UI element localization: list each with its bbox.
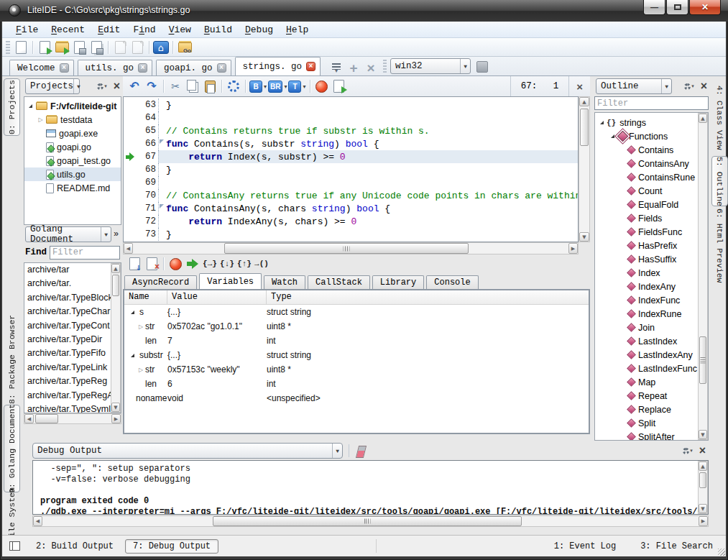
fold-marker-icon[interactable] (159, 202, 166, 215)
output-menu-button[interactable] (683, 448, 693, 454)
open-file-icon[interactable] (37, 40, 52, 55)
expanded-arrow-icon[interactable] (131, 354, 134, 357)
collapsed-arrow-icon[interactable]: ▷ (137, 323, 145, 330)
status-event-log[interactable]: 1: Event Log (548, 540, 622, 553)
debug-tab-asyncrecord[interactable]: AsyncRecord (124, 275, 197, 289)
variable-row[interactable]: substr{...}struct string (124, 348, 589, 362)
variable-row[interactable]: ▷str0x5702ac "go1.0.1"uint8 * (124, 319, 589, 334)
outline-item-splitafter[interactable]: SplitAfter (595, 430, 708, 441)
output-view-select[interactable]: Debug Output ▼ (32, 443, 343, 459)
chevron-down-icon[interactable]: ▾ (264, 83, 267, 90)
debug-tab-variables[interactable]: Variables (199, 273, 262, 289)
stop-debug-icon[interactable] (167, 256, 183, 272)
save-file-icon[interactable] (71, 40, 87, 55)
minimize-button[interactable]: — (643, 0, 665, 15)
tab-close-icon[interactable]: × (217, 63, 226, 73)
tab-close-icon[interactable]: × (138, 63, 147, 73)
title-bar[interactable]: LiteIDE - C:\Go\src\pkg\strings\strings.… (0, 0, 728, 22)
menu-debug[interactable]: Debug (239, 23, 280, 37)
close-editor-icon[interactable]: × (569, 81, 590, 93)
close-icon[interactable]: × (701, 81, 707, 92)
more-button[interactable]: » (114, 229, 119, 239)
outline-item-containsany[interactable]: ContainsAny (595, 157, 708, 170)
step-out-icon[interactable]: {↑} (236, 256, 252, 272)
debug-tab-console[interactable]: Console (426, 275, 478, 289)
doc-list-vscrollbar[interactable]: ▲ ▼ (111, 263, 121, 413)
status-debug-output[interactable]: 7: Debug Output (125, 539, 218, 554)
new-tab-icon[interactable] (346, 60, 361, 75)
scroll-left-icon[interactable]: ◀ (124, 243, 133, 254)
menu-recent[interactable]: Recent (45, 23, 91, 37)
doc-list-item[interactable]: archive/tar.TypeReg (27, 376, 121, 390)
variable-row[interactable]: nonamevoid<unspecified> (124, 391, 589, 405)
undo-icon[interactable]: ↶ (126, 78, 142, 94)
side-tab-9-golang-document[interactable]: 9: Golang Document (4, 405, 20, 492)
build-test-button[interactable]: T▾ (288, 78, 305, 94)
menu-edit[interactable]: Edit (91, 23, 126, 37)
doc-list-item[interactable]: archive/tar (27, 265, 121, 278)
redo-icon[interactable]: ↷ (144, 78, 160, 94)
menu-help[interactable]: Help (280, 23, 315, 37)
doc-list-item[interactable]: archive/tar.TypeLink (27, 362, 121, 376)
close-button[interactable]: ✕ (689, 0, 721, 15)
scroll-up-icon[interactable]: ▲ (111, 264, 120, 273)
clear-output-icon[interactable] (356, 446, 372, 456)
collapsed-arrow-icon[interactable]: ▷ (137, 367, 145, 373)
debug-output-text[interactable]: -sep=", ": setup separators -v=false: ve… (32, 460, 709, 515)
variable-row[interactable]: ▷str0x57153c "weekly"uint8 * (124, 362, 589, 377)
debug-tab-watch[interactable]: Watch (264, 275, 305, 289)
debug-tab-callstack[interactable]: CallStack (308, 275, 370, 289)
collapsed-arrow-icon[interactable]: ▷ (37, 116, 45, 123)
menu-build[interactable]: Build (198, 23, 239, 37)
doc-list-item[interactable]: archive/tar.TypeRegA (27, 390, 121, 404)
build-target-select[interactable]: win32 ▼ (390, 58, 471, 74)
tab-list-icon[interactable] (328, 60, 344, 75)
open-folder-icon[interactable] (54, 40, 70, 55)
home-icon[interactable] (153, 41, 169, 54)
close-icon[interactable]: × (699, 445, 706, 456)
step-over-icon[interactable]: {→} (202, 256, 218, 272)
import-gopath-icon[interactable] (112, 40, 128, 55)
project-tree-item[interactable]: goapi.exe (24, 127, 121, 140)
menu-file[interactable]: File (9, 23, 45, 37)
chevron-down-icon[interactable]: ▾ (284, 83, 287, 90)
close-tab-icon[interactable] (363, 60, 379, 75)
expanded-arrow-icon[interactable] (598, 121, 606, 124)
editor-hscrollbar[interactable]: ◀ ▶ (123, 242, 579, 254)
scroll-left-icon[interactable]: ◀ (24, 414, 34, 423)
variable-row[interactable]: s{...}struct string (124, 305, 589, 319)
toolbar-drag-handle[interactable] (383, 60, 387, 74)
tab-close-icon[interactable]: × (60, 63, 69, 73)
status-build-output[interactable]: 2: Build Output (30, 540, 119, 553)
project-tree-item[interactable]: F:/vfc/liteide-git (24, 99, 121, 113)
paste-icon[interactable] (202, 78, 218, 94)
tab-goapi-go[interactable]: goapi. go× (156, 60, 231, 75)
code-area[interactable]: 63}6465// Contains returns true if subst… (123, 96, 579, 242)
status-file-search[interactable]: 3: File Search (635, 540, 719, 553)
toolbar-drag-handle[interactable] (6, 41, 10, 54)
scroll-right-icon[interactable]: ▶ (111, 414, 121, 423)
outline-item-lastindexany[interactable]: LastIndexAny (595, 348, 708, 362)
resize-grip[interactable] (718, 548, 725, 556)
outline-item-strings[interactable]: {}strings (595, 116, 708, 129)
expanded-arrow-icon[interactable] (27, 104, 34, 108)
doc-list-item[interactable]: archive/tar.TypeCont (27, 321, 121, 334)
side-tab-4-class-view[interactable]: 4: Class View (711, 82, 728, 154)
outline-item-count[interactable]: Count (595, 184, 708, 198)
scroll-up-icon[interactable]: ▲ (699, 462, 707, 471)
outline-item-replace[interactable]: Replace (595, 403, 708, 416)
start-debug-icon[interactable] (314, 78, 330, 94)
output-vscrollbar[interactable]: ▲ ▼ (698, 461, 708, 514)
scroll-down-icon[interactable]: ▼ (699, 504, 707, 513)
scroll-down-icon[interactable]: ▼ (579, 232, 589, 242)
outline-item-fields[interactable]: Fields (595, 211, 708, 225)
doc-list-item[interactable]: archive/tar.TypeSymlink (27, 404, 121, 413)
side-tab-0-projects[interactable]: 0: Projects (4, 78, 20, 136)
doc-list-item[interactable]: archive/tar. (27, 278, 121, 292)
step-into-icon[interactable]: {↓} (219, 256, 235, 272)
record-icon[interactable] (126, 256, 142, 272)
output-hscrollbar[interactable]: ◀ ▶ (32, 515, 709, 527)
save-all-icon[interactable] (88, 40, 104, 55)
column-type[interactable]: Type (267, 290, 589, 304)
doc-list-item[interactable]: archive/tar.TypeDir (27, 334, 121, 348)
